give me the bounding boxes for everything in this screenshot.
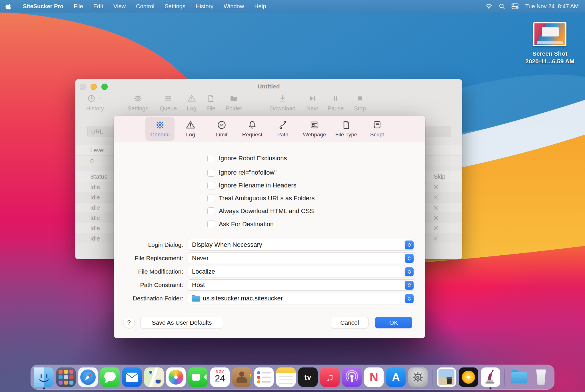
checkbox-ignore-filename-headers[interactable]: Ignore Filename in Headers	[207, 181, 296, 190]
destination-folder-select[interactable]: us.sitesucker.mac.sitesucker	[188, 293, 415, 304]
tab-limit[interactable]: 50 Limit	[207, 117, 236, 141]
toolbar-download-button[interactable]: Download	[270, 93, 296, 112]
dock-image-preview-icon[interactable]	[437, 367, 456, 387]
dock-podcasts-icon[interactable]	[342, 367, 362, 387]
dock-music-icon[interactable]: ♫	[320, 367, 340, 387]
bell-icon	[247, 120, 257, 130]
tab-path[interactable]: Path	[268, 117, 297, 141]
toolbar-file-button[interactable]: File	[206, 93, 215, 112]
menu-view[interactable]: View	[108, 0, 131, 13]
menu-edit[interactable]: Edit	[88, 0, 108, 13]
control-center-icon[interactable]	[510, 1, 520, 11]
tab-general[interactable]: General	[145, 117, 175, 141]
checkbox-box[interactable]	[207, 155, 215, 162]
checkbox-box[interactable]	[207, 182, 215, 189]
dock-trash-icon[interactable]	[531, 367, 551, 387]
dock-notes-icon[interactable]	[276, 367, 296, 387]
stepper-icon[interactable]	[405, 294, 414, 303]
moon-icon[interactable]	[470, 1, 481, 11]
apple-menu[interactable]	[0, 0, 18, 13]
skip-row-button[interactable]	[432, 193, 440, 201]
dock-messages-icon[interactable]	[100, 367, 120, 387]
login-dialog-select[interactable]: Display When Necessary	[188, 239, 415, 250]
dock-sitesucker-icon[interactable]	[481, 367, 500, 387]
file-modification-select[interactable]: Localize	[188, 266, 415, 277]
desktop-file-screenshot[interactable]: Screen Shot 2020-11...6.59 AM	[523, 22, 577, 65]
toolbar-folder-button[interactable]: Folder	[226, 93, 242, 112]
tab-request[interactable]: Request	[238, 117, 267, 141]
toolbar-history-button[interactable]: History	[86, 93, 104, 112]
app-menu-title[interactable]: SiteSucker Pro	[18, 0, 69, 13]
dock-reminders-icon[interactable]	[254, 367, 274, 387]
dock-facetime-icon[interactable]	[188, 367, 208, 387]
ok-button[interactable]: OK	[375, 317, 412, 328]
login-dialog-row: Login Dialog: Display When Necessary	[114, 239, 425, 250]
settings-tab-bar: General Log 50 Limit Request Path Webpag…	[114, 116, 425, 142]
vacuum-icon	[481, 368, 500, 386]
path-constraint-select[interactable]: Host	[188, 279, 415, 291]
cancel-button[interactable]: Cancel	[331, 317, 368, 328]
checkbox-box[interactable]	[207, 169, 215, 177]
menu-window[interactable]: Window	[219, 0, 249, 13]
dock-djay-icon[interactable]	[459, 367, 478, 387]
file-replacement-select[interactable]: Never	[188, 252, 415, 264]
stepper-icon[interactable]	[405, 267, 414, 276]
dock-launchpad-icon[interactable]	[56, 367, 76, 387]
dock-tv-icon[interactable]: tv	[298, 367, 318, 387]
checkbox-ignore-rel-nofollow[interactable]: Ignore rel="nofollow"	[207, 168, 277, 177]
dock-mail-icon[interactable]	[122, 367, 142, 387]
menu-bar-clock[interactable]: Tue Nov 24 8:47 AM	[523, 3, 579, 10]
menu-settings[interactable]: Settings	[159, 0, 190, 13]
search-icon[interactable]	[497, 1, 507, 11]
tab-script[interactable]: Script	[362, 117, 392, 141]
skip-row-button[interactable]	[432, 214, 440, 222]
menu-history[interactable]: History	[191, 0, 219, 13]
dock-calendar-icon[interactable]: NOV 24	[210, 367, 230, 387]
skip-row-button[interactable]	[432, 235, 440, 243]
chevron-down-icon	[97, 95, 104, 102]
dock-finder-icon[interactable]	[34, 367, 54, 387]
checkbox-box[interactable]	[207, 207, 215, 215]
dock-appstore-icon[interactable]: A	[386, 367, 406, 387]
help-button[interactable]: ?	[123, 317, 135, 328]
download-arrow-icon	[278, 94, 287, 103]
checkbox-box[interactable]	[207, 221, 215, 228]
tab-file-type[interactable]: File Type	[332, 117, 361, 141]
checkbox-box[interactable]	[207, 195, 215, 202]
settings-dialog: General Log 50 Limit Request Path Webpag…	[114, 116, 425, 338]
destination-folder-row: Destination Folder: us.sitesucker.mac.si…	[114, 293, 425, 304]
checkbox-always-download-html-css[interactable]: Always Download HTML and CSS	[207, 206, 314, 216]
dock-contacts-icon[interactable]	[232, 367, 252, 387]
toolbar-stop-button[interactable]: Stop	[354, 93, 366, 112]
menu-file[interactable]: File	[69, 0, 88, 13]
dock-downloads-folder-icon[interactable]	[509, 367, 529, 387]
checkbox-ignore-robot-exclusions[interactable]: Ignore Robot Exclusions	[207, 153, 287, 163]
toolbar-next-button[interactable]: Next	[306, 93, 318, 112]
skip-row-button[interactable]	[432, 183, 440, 191]
dock-safari-icon[interactable]	[78, 367, 98, 387]
skip-row-button[interactable]	[432, 204, 440, 212]
toolbar-pause-button[interactable]: Pause	[328, 93, 344, 112]
file-replacement-row: File Replacement: Never	[114, 252, 425, 264]
checkbox-ask-for-destination[interactable]: Ask For Destination	[207, 219, 274, 229]
toolbar-queue-button[interactable]: Queue	[160, 93, 177, 112]
menu-help[interactable]: Help	[249, 0, 271, 13]
save-as-user-defaults-button[interactable]: Save As User Defaults	[141, 317, 223, 328]
dock-photos-icon[interactable]	[166, 367, 186, 387]
dock-news-icon[interactable]: N	[364, 367, 384, 387]
checkbox-treat-ambiguous-urls[interactable]: Treat Ambiguous URLs as Folders	[207, 193, 314, 203]
wifi-icon[interactable]	[484, 1, 494, 11]
dock-system-preferences-icon[interactable]	[408, 367, 428, 387]
stop-icon	[355, 94, 364, 103]
menu-control[interactable]: Control	[131, 0, 159, 13]
skip-row-button[interactable]	[432, 224, 440, 232]
webpage-icon	[309, 120, 320, 130]
tab-webpage[interactable]: Webpage	[300, 117, 329, 141]
stepper-icon[interactable]	[405, 254, 414, 263]
dock-maps-icon[interactable]	[144, 367, 164, 387]
tab-log[interactable]: Log	[176, 117, 205, 141]
toolbar-settings-button[interactable]: Settings	[128, 93, 148, 112]
stepper-icon[interactable]	[405, 241, 414, 249]
toolbar-log-button[interactable]: Log	[187, 93, 196, 112]
stepper-icon[interactable]	[405, 281, 414, 290]
